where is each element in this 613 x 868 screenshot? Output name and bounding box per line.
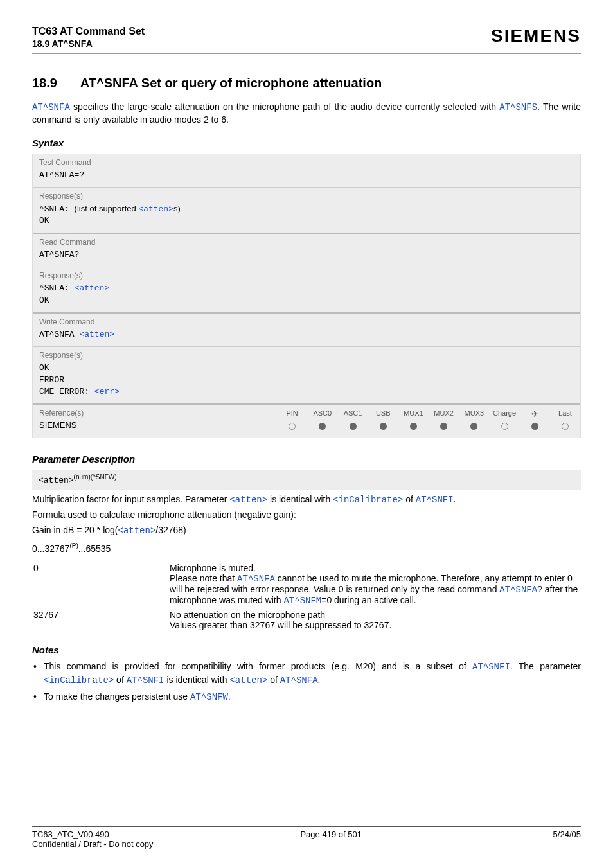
ref-dot-cell	[337, 421, 368, 436]
test-response: ^SNFA: (list of supported <atten>s) OK	[33, 202, 580, 233]
footer-rule	[32, 826, 581, 827]
footer-right: 5/24/05	[553, 829, 581, 839]
dot-filled-icon	[470, 423, 477, 430]
airplane-icon: ✈	[531, 409, 538, 419]
write-resp-error: ERROR	[39, 375, 64, 385]
param-atten-link-5[interactable]: <atten>	[118, 526, 155, 536]
param-name-block: <atten>(num)(^SNFW)	[32, 470, 581, 489]
reference-row: Reference(s) SIEMENS PINASC0ASC1USBMUX1M…	[33, 403, 580, 438]
param-desc-0: Microphone is muted. Please note that AT…	[170, 562, 580, 607]
footer-center: Page 419 of 501	[300, 829, 361, 839]
param-name: <atten>	[39, 476, 74, 486]
param-atten-link[interactable]: <atten>	[138, 204, 173, 214]
param-desc-line3: Gain in dB = 20 * log(<atten>/32768)	[32, 524, 581, 538]
param-atten-link-2[interactable]: <atten>	[75, 283, 110, 293]
param-atten-link-6[interactable]: <atten>	[229, 675, 267, 686]
page-header: TC63 AT Command Set 18.9 AT^SNFA SIEMENS	[32, 26, 581, 49]
table-row: 0 Microphone is muted. Please note that …	[33, 562, 580, 607]
param-desc-line1: Multiplication factor for input samples.…	[32, 493, 581, 507]
ref-dot-cell	[307, 421, 337, 436]
ref-dot-cell	[398, 421, 429, 436]
test-resp-mid: (list of supported	[75, 204, 139, 213]
write-response: OK ERROR CME ERROR: <err>	[33, 361, 580, 404]
list-item: To make the changes persistent use AT^SN…	[32, 691, 581, 704]
test-command: AT^SNFA=?	[33, 168, 580, 187]
reference-value: SIEMENS	[39, 418, 271, 434]
dot-filled-icon	[319, 423, 326, 430]
list-item: This command is provided for compatibili…	[32, 660, 581, 687]
ref-dot-cell	[368, 421, 398, 436]
section-number: 18.9	[32, 76, 77, 91]
reference-label: Reference(s)	[39, 409, 271, 418]
test-resp-ok: OK	[39, 216, 49, 226]
write-cmd-prefix: AT^SNFA=	[39, 330, 79, 339]
footer-row: TC63_ATC_V00.490 Page 419 of 501 5/24/05	[32, 829, 581, 839]
syntax-box: Test Command AT^SNFA=? Response(s) ^SNFA…	[32, 154, 581, 438]
write-resp-ok: OK	[39, 363, 49, 373]
cmd-link-snfa-3[interactable]: AT^SNFA	[499, 585, 537, 595]
ref-col-header: MUX3	[459, 407, 489, 421]
read-resp-ok: OK	[39, 296, 49, 305]
param-table: 0 Microphone is muted. Please note that …	[32, 560, 581, 633]
brand-logo: SIEMENS	[491, 26, 581, 46]
cmd-link-snfm[interactable]: AT^SNFM	[283, 596, 321, 606]
param-incalibrate-link[interactable]: <inCalibrate>	[333, 495, 403, 505]
param-key-0: 0	[33, 562, 168, 607]
ref-col-header: ASC1	[337, 407, 368, 421]
ref-col-header: MUX2	[429, 407, 459, 421]
read-command-label: Read Command	[33, 234, 580, 248]
param-desc-heading: Parameter Description	[32, 454, 581, 465]
cmd-link-snfa-2[interactable]: AT^SNFA	[237, 574, 275, 584]
notes-heading: Notes	[32, 644, 581, 655]
ref-col-header: Charge	[489, 407, 519, 421]
write-response-label: Response(s)	[33, 347, 580, 361]
ref-col-header: ASC0	[307, 407, 337, 421]
ref-col-header: Last	[550, 407, 580, 421]
header-rule	[32, 53, 581, 54]
cmd-link-snfi[interactable]: AT^SNFI	[416, 495, 454, 505]
footer-sub: Confidential / Draft - Do not copy	[32, 839, 581, 849]
param-name-sup: (num)(^SNFW)	[74, 474, 117, 481]
param-desc-32767: No attenuation on the microphone path Va…	[170, 608, 580, 632]
header-left: TC63 AT Command Set 18.9 AT^SNFA	[32, 26, 145, 49]
ref-dot-cell	[520, 421, 550, 436]
param-range: 0...32767(P)...65535	[32, 542, 581, 554]
read-resp-prefix: ^SNFA:	[39, 283, 75, 293]
test-resp-prefix: ^SNFA:	[39, 204, 75, 214]
test-command-label: Test Command	[33, 154, 580, 168]
param-err-link[interactable]: <err>	[94, 387, 120, 396]
dot-filled-icon	[350, 423, 357, 430]
cmd-link-snfs[interactable]: AT^SNFS	[499, 102, 537, 112]
cmd-link-snfa[interactable]: AT^SNFA	[32, 102, 70, 112]
param-atten-link-4[interactable]: <atten>	[229, 495, 267, 505]
section-heading: 18.9 AT^SNFA Set or query of microphone …	[32, 76, 581, 91]
write-resp-cme: CME ERROR:	[39, 387, 94, 396]
footer-left: TC63_ATC_V00.490	[32, 829, 109, 839]
syntax-heading: Syntax	[32, 137, 581, 148]
cmd-link-snfi-3[interactable]: AT^SNFI	[127, 675, 164, 686]
ref-dot-cell	[429, 421, 459, 436]
read-response-label: Response(s)	[33, 267, 580, 281]
dot-open-icon	[289, 423, 296, 430]
cmd-link-snfw[interactable]: AT^SNFW	[190, 692, 228, 702]
cmd-link-snfa-4[interactable]: AT^SNFA	[280, 675, 318, 686]
read-command: AT^SNFA?	[33, 248, 580, 267]
param-desc-line2: Formula used to calculate microphone att…	[32, 509, 581, 522]
ref-dot-cell	[277, 421, 307, 436]
write-command-label: Write Command	[33, 314, 580, 328]
cmd-link-snfi-2[interactable]: AT^SNFI	[472, 662, 510, 672]
doc-title: TC63 AT Command Set	[32, 26, 145, 37]
intro-text1: specifies the large-scale attenuation on…	[70, 102, 499, 112]
notes-list: This command is provided for compatibili…	[32, 660, 581, 708]
ref-col-header: ✈	[520, 407, 550, 421]
dot-filled-icon	[380, 423, 387, 430]
dot-filled-icon	[531, 423, 538, 430]
param-atten-link-3[interactable]: <atten>	[79, 330, 114, 339]
param-incalibrate-link-2[interactable]: <inCalibrate>	[44, 675, 114, 686]
write-command: AT^SNFA=<atten>	[33, 328, 580, 346]
table-row: 32767 No attenuation on the microphone p…	[33, 608, 580, 632]
ref-dot-cell	[459, 421, 489, 436]
dot-open-icon	[501, 423, 508, 430]
reference-grid: PINASC0ASC1USBMUX1MUX2MUX3Charge✈Last	[277, 407, 580, 436]
ref-col-header: MUX1	[398, 407, 429, 421]
